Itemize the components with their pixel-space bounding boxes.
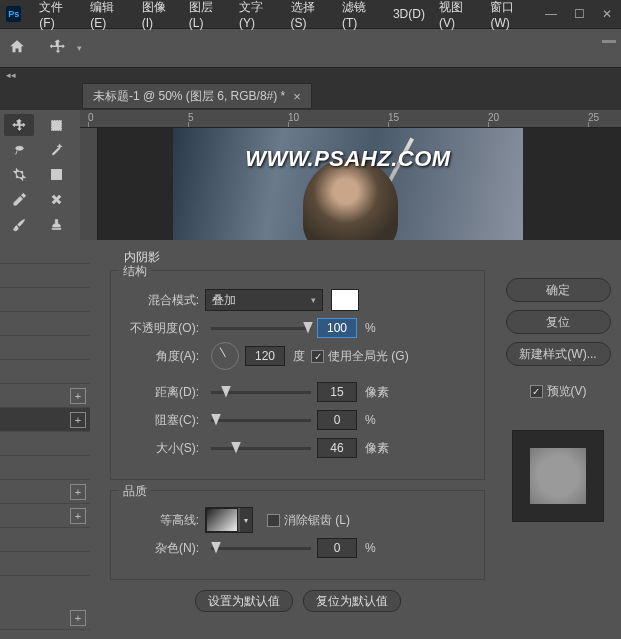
plus-icon[interactable]: + (70, 610, 86, 626)
effect-row[interactable] (0, 528, 90, 552)
plus-icon[interactable]: + (70, 412, 86, 428)
effect-row[interactable] (0, 432, 90, 456)
contour-picker[interactable]: ▾ (205, 507, 253, 533)
antialias-checkbox[interactable] (267, 514, 280, 527)
effect-row[interactable] (0, 288, 90, 312)
effect-row[interactable] (0, 312, 90, 336)
distance-label: 距离(D): (121, 384, 199, 401)
effect-row[interactable] (0, 336, 90, 360)
vertical-ruler (80, 110, 98, 240)
choke-label: 阻塞(C): (121, 412, 199, 429)
move-tool[interactable] (4, 114, 34, 136)
effect-row-active[interactable]: + (0, 408, 90, 432)
inner-shadow-panel: 内阴影 结构 混合模式: 叠加▾ 不透明度(O): 100 % 角度(A): 1… (110, 270, 485, 625)
toolbox (0, 110, 80, 240)
effect-row[interactable]: + (0, 480, 90, 504)
collapse-row[interactable]: ◂◂ (0, 68, 621, 82)
size-slider[interactable] (211, 447, 311, 450)
effect-row[interactable] (0, 456, 90, 480)
reset-button[interactable]: 复位 (506, 310, 611, 334)
healing-tool[interactable] (41, 188, 71, 210)
structure-group: 结构 混合模式: 叠加▾ 不透明度(O): 100 % 角度(A): 120 度… (110, 270, 485, 480)
marquee-tool[interactable] (41, 114, 71, 136)
frame-tool[interactable] (41, 164, 71, 186)
document-tab[interactable]: 未标题-1 @ 50% (图层 6, RGB/8#) * × (82, 83, 312, 109)
menu-select[interactable]: 选择(S) (285, 0, 335, 28)
ok-button[interactable]: 确定 (506, 278, 611, 302)
dialog-area: + + + + + 内阴影 结构 混合模式: 叠加▾ 不透明度(O): 100 … (0, 240, 621, 639)
menu-3d[interactable]: 3D(D) (387, 0, 431, 28)
move-tool-icon[interactable] (49, 38, 67, 59)
svg-rect-0 (51, 120, 61, 130)
group-label: 结构 (119, 263, 151, 280)
menu-filter[interactable]: 滤镜(T) (336, 0, 385, 28)
opacity-slider[interactable] (211, 327, 311, 330)
maximize-button[interactable]: ☐ (565, 4, 593, 24)
noise-slider[interactable] (211, 547, 311, 550)
menu-layer[interactable]: 图层(L) (183, 0, 231, 28)
stamp-tool[interactable] (41, 213, 71, 235)
menu-text[interactable]: 文字(Y) (233, 0, 283, 28)
close-icon[interactable]: × (293, 89, 301, 104)
group-label: 品质 (119, 483, 151, 500)
size-input[interactable]: 46 (317, 438, 357, 458)
canvas-area: 0 5 10 15 20 25 WWW.PSAHZ.COM (0, 110, 621, 240)
wand-tool[interactable] (41, 139, 71, 161)
effect-row[interactable]: + (0, 384, 90, 408)
plus-icon[interactable]: + (70, 484, 86, 500)
angle-input[interactable]: 120 (245, 346, 285, 366)
canvas-image[interactable]: WWW.PSAHZ.COM (173, 128, 523, 240)
options-bar: | ▾ (0, 28, 621, 68)
noise-label: 杂色(N): (121, 540, 199, 557)
effect-row[interactable]: + (0, 606, 90, 630)
noise-input[interactable]: 0 (317, 538, 357, 558)
reset-default-button[interactable]: 复位为默认值 (303, 590, 401, 612)
effects-list: + + + + + (0, 240, 90, 639)
px-unit: 像素 (365, 384, 389, 401)
document-tabs: 未标题-1 @ 50% (图层 6, RGB/8#) * × (0, 82, 621, 110)
tool-options-chevron-icon[interactable]: ▾ (77, 43, 82, 53)
menu-view[interactable]: 视图(V) (433, 0, 483, 28)
effect-row[interactable] (0, 552, 90, 576)
lasso-tool[interactable] (4, 139, 34, 161)
close-button[interactable]: ✕ (593, 4, 621, 24)
blend-mode-select[interactable]: 叠加▾ (205, 289, 323, 311)
menu-window[interactable]: 窗口(W) (484, 0, 537, 28)
angle-dial[interactable] (211, 342, 239, 370)
choke-input[interactable]: 0 (317, 410, 357, 430)
effect-row[interactable] (0, 360, 90, 384)
menu-file[interactable]: 文件(F) (33, 0, 82, 28)
preview-checkbox[interactable] (530, 385, 543, 398)
brush-tool[interactable] (4, 213, 34, 235)
menu-image[interactable]: 图像(I) (136, 0, 181, 28)
opacity-input[interactable]: 100 (317, 318, 357, 338)
menu-edit[interactable]: 编辑(E) (84, 0, 134, 28)
set-default-button[interactable]: 设置为默认值 (195, 590, 293, 612)
crop-tool[interactable] (4, 164, 34, 186)
angle-label: 角度(A): (121, 348, 199, 365)
choke-slider[interactable] (211, 419, 311, 422)
dialog-sidebar: 确定 复位 新建样式(W)... 预览(V) (503, 278, 613, 522)
default-buttons: 设置为默认值 复位为默认值 (110, 590, 485, 612)
minimize-button[interactable]: — (537, 4, 565, 24)
opacity-label: 不透明度(O): (121, 320, 199, 337)
global-light-checkbox[interactable] (311, 350, 324, 363)
new-style-button[interactable]: 新建样式(W)... (506, 342, 611, 366)
home-icon[interactable] (8, 38, 26, 59)
effect-row[interactable] (0, 240, 90, 264)
blend-mode-label: 混合模式: (121, 292, 199, 309)
eyedropper-tool[interactable] (4, 188, 34, 210)
effect-row[interactable] (0, 264, 90, 288)
distance-input[interactable]: 15 (317, 382, 357, 402)
plus-icon[interactable]: + (70, 508, 86, 524)
preview-box (512, 430, 604, 522)
watermark-text: WWW.PSAHZ.COM (245, 146, 450, 172)
menu-bar: 文件(F) 编辑(E) 图像(I) 图层(L) 文字(Y) 选择(S) 滤镜(T… (33, 0, 537, 28)
antialias-label: 消除锯齿 (L) (284, 512, 350, 529)
distance-slider[interactable] (211, 391, 311, 394)
contour-label: 等高线: (121, 512, 199, 529)
plus-icon[interactable]: + (70, 388, 86, 404)
color-swatch[interactable] (331, 289, 359, 311)
scroll-handle[interactable] (602, 40, 616, 43)
effect-row[interactable]: + (0, 504, 90, 528)
